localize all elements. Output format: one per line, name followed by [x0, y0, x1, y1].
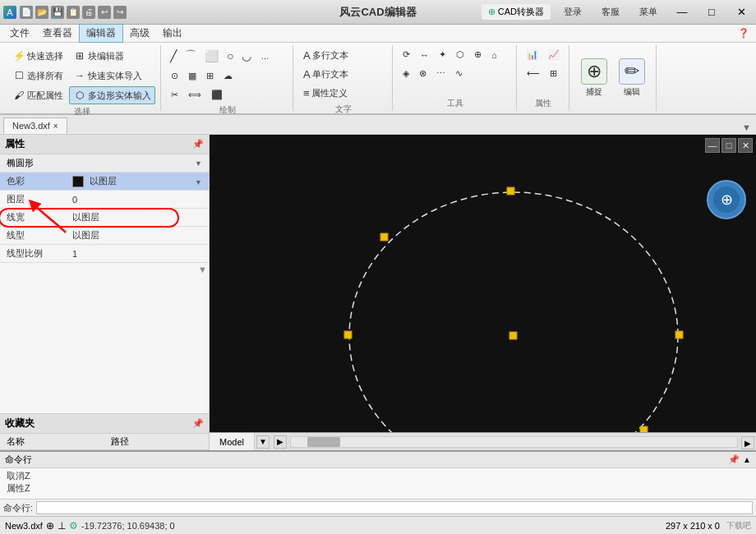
login-btn[interactable]: 登录	[557, 4, 588, 20]
tool10-btn[interactable]: ∿	[451, 66, 467, 81]
quick-select-icon: ⚡	[12, 49, 25, 62]
draw-offset-btn[interactable]: ⟺	[184, 87, 205, 103]
statusbar-right: 297 x 210 x 0 下载吧	[666, 520, 751, 532]
tool7-btn[interactable]: ◈	[399, 66, 413, 81]
scroll-down-arrow[interactable]: ▼	[198, 265, 207, 274]
linescale-row[interactable]: 线型比例 1	[0, 245, 209, 263]
canvas-area[interactable]: — □ ✕ ⊕ Model ▼ ▶	[210, 135, 756, 450]
multiline-text-btn[interactable]: A 多行文本	[299, 47, 353, 64]
menu-file[interactable]: 文件	[3, 25, 36, 42]
linewidth-row[interactable]: 线宽 以图层	[0, 209, 209, 227]
save-icon[interactable]: 💾	[51, 6, 64, 19]
doc-tabs: New3.dxf × ▼	[0, 115, 756, 135]
quick-import-btn[interactable]: → 快速实体导入	[69, 67, 146, 85]
draw-cloud-btn[interactable]: ☁	[219, 68, 237, 84]
match-attr-btn[interactable]: 🖌 匹配属性	[8, 86, 67, 104]
menu-output[interactable]: 输出	[156, 25, 189, 42]
group-text-label: 文字	[335, 102, 352, 115]
draw-more-btn[interactable]: …	[256, 49, 273, 63]
minimize-btn[interactable]: —	[671, 4, 694, 21]
cad-converter-btn[interactable]: ⊕ CAD转换器	[482, 4, 551, 20]
status-icon-ortho[interactable]: ⊥	[58, 520, 66, 532]
singleline-text-btn[interactable]: A 单行文本	[299, 66, 353, 83]
canvas-controls: — □ ✕	[705, 138, 753, 153]
draw-table-btn[interactable]: ⊞	[202, 68, 218, 84]
model-nav-down[interactable]: ▼	[256, 435, 270, 449]
open-file-icon[interactable]: 📂	[35, 6, 48, 19]
prop4-btn[interactable]: ⊞	[546, 66, 561, 81]
menu-btn[interactable]: 菜单	[633, 4, 664, 20]
prop3-btn[interactable]: ⟵	[523, 66, 544, 81]
draw-circle-btn[interactable]: ○	[224, 48, 237, 64]
command-pin[interactable]: 📌	[728, 454, 740, 465]
command-input-field[interactable]	[36, 501, 753, 514]
ribbon-group-text: A 多行文本 A 单行文本 ≡ 属性定义	[294, 45, 393, 111]
snap-btn[interactable]: ⊕ 捕捉	[575, 53, 613, 103]
canvas-maximize-btn[interactable]: □	[721, 138, 736, 153]
block-editor-btn[interactable]: ⊞ 块编辑器	[69, 47, 128, 65]
save-as-icon[interactable]: 📋	[67, 6, 80, 19]
model-scroll-right[interactable]: ▶	[741, 436, 754, 449]
quick-select-btn[interactable]: ⚡ 快速选择	[8, 47, 67, 65]
redo-icon[interactable]: ↪	[113, 6, 127, 19]
ribbon-group-tools: ⟳ ↔ ✦ ⬡ ⊕ ⌂ ◈ ⊗ ⋯ ∿ 工具	[394, 45, 517, 111]
print-icon[interactable]: 🖨	[82, 6, 95, 19]
properties-dropdown[interactable]: ▼	[195, 159, 202, 168]
attr-def-btn[interactable]: ≡ 属性定义	[299, 85, 352, 102]
draw-hatch-btn[interactable]: ⊙	[167, 68, 182, 84]
status-dimensions: 297 x 210 x 0	[666, 521, 720, 531]
model-tab-model[interactable]: Model	[210, 433, 255, 450]
tool4-btn[interactable]: ⬡	[452, 47, 468, 62]
draw-line-btn[interactable]: ╱	[167, 48, 180, 64]
color-dropdown[interactable]: ▼	[195, 178, 202, 186]
properties-pin[interactable]: 📌	[192, 139, 204, 150]
status-icon-green[interactable]: ⚙	[69, 520, 78, 532]
tool5-btn[interactable]: ⊕	[470, 47, 486, 62]
maximize-btn[interactable]: □	[700, 4, 723, 21]
prop2-btn[interactable]: 📈	[544, 47, 564, 62]
tool8-btn[interactable]: ⊗	[415, 66, 431, 81]
command-scroll-up[interactable]: ▲	[743, 455, 751, 464]
undo-icon[interactable]: ↩	[98, 6, 111, 19]
doc-tab-close[interactable]: ×	[53, 122, 58, 131]
close-btn[interactable]: ✕	[730, 4, 753, 21]
linetype-row[interactable]: 线型 以图层	[0, 227, 209, 245]
tool6-btn[interactable]: ⌂	[487, 48, 501, 62]
canvas-minimize-btn[interactable]: —	[705, 138, 720, 153]
new-file-icon[interactable]: 📄	[20, 6, 33, 19]
nav-button[interactable]: ⊕	[707, 180, 746, 219]
help-icon[interactable]: ❓	[738, 28, 749, 39]
tab-expand-btn[interactable]: ▼	[737, 121, 756, 134]
doc-tab-new3[interactable]: New3.dxf ×	[3, 117, 67, 134]
draw-edit-btn[interactable]: ✂	[167, 87, 182, 103]
svg-rect-8	[380, 233, 388, 241]
polygon-input-btn[interactable]: ⬡ 多边形实体输入	[69, 86, 155, 104]
draw-mirror-btn[interactable]: ⬛	[207, 87, 227, 103]
status-icon-snap[interactable]: ⊕	[46, 520, 54, 532]
model-nav-right[interactable]: ▶	[274, 435, 287, 449]
layer-row[interactable]: 图层 0	[0, 191, 209, 209]
ribbon-group-properties: 📊 📈 ⟵ ⊞ 属性	[518, 45, 569, 111]
canvas-scrollbar-h[interactable]	[290, 436, 738, 448]
edit-btn[interactable]: ✏ 编辑	[613, 53, 651, 103]
favorites-pin[interactable]: 📌	[192, 418, 204, 429]
select-all-btn[interactable]: ☐ 选择所有	[8, 67, 67, 85]
draw-gradient-btn[interactable]: ▦	[184, 68, 201, 84]
prop1-btn[interactable]: 📊	[523, 47, 542, 62]
model-tabs: Model ▼ ▶ ▶	[210, 432, 756, 450]
menu-viewer[interactable]: 查看器	[36, 25, 79, 42]
draw-arc-btn[interactable]: ◡	[238, 48, 255, 64]
menu-editor[interactable]: 编辑器	[79, 24, 123, 43]
tool9-btn[interactable]: ⋯	[432, 66, 449, 81]
customer-service-btn[interactable]: 客服	[595, 4, 626, 20]
tool3-btn[interactable]: ✦	[435, 47, 450, 62]
draw-rect-btn[interactable]: ⬜	[201, 48, 222, 64]
tool2-btn[interactable]: ↔	[416, 48, 433, 62]
draw-poly-btn[interactable]: ⌒	[182, 47, 200, 65]
color-row[interactable]: 色彩 以图层 ▼	[0, 173, 209, 191]
properties-type[interactable]: 椭圆形 ▼	[0, 154, 209, 173]
menu-advanced[interactable]: 高级	[123, 25, 156, 42]
titlebar-right: ⊕ CAD转换器 登录 客服 菜单 — □ ✕	[482, 4, 753, 21]
tool1-btn[interactable]: ⟳	[399, 47, 414, 62]
canvas-close-btn[interactable]: ✕	[738, 138, 753, 153]
